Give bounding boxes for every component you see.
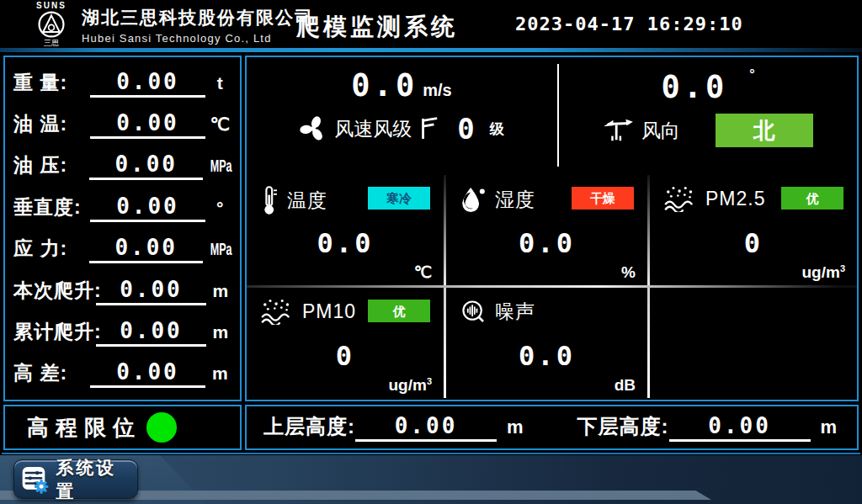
dust-particles-icon <box>663 185 697 212</box>
dust-particles-icon <box>260 298 294 325</box>
lower-height-value: 0.00 <box>669 413 811 442</box>
upper-height-value: 0.00 <box>355 413 497 442</box>
sensor-cell-pm10: PM10 优 0 ug/m3 <box>247 288 444 398</box>
lower-height-label: 下层高度: <box>577 413 669 440</box>
climbing-formwork-monitor-screen: SUNS 三思 湖北三思科技股份有限公司 Hubei Sansi Technol… <box>0 0 862 504</box>
sensor-cell-empty <box>650 288 857 398</box>
measurement-label: 高 差: <box>13 360 90 386</box>
measurement-value: 0.00 <box>90 359 205 388</box>
measurement-row-weight: 重 量: 0.00 t <box>13 69 235 98</box>
sensor-unit: ℃ <box>414 263 432 282</box>
sensor-cell-temperature: 温度 寒冷 0.0 ℃ <box>247 175 444 285</box>
status-badge: 干燥 <box>572 187 634 210</box>
wind-level-unit: 级 <box>490 119 504 139</box>
thermometer-icon <box>260 185 279 215</box>
sensor-unit: % <box>621 263 636 282</box>
measurement-label: 应 力: <box>13 236 89 262</box>
measurement-value: 0.00 <box>90 194 205 222</box>
measurement-row-oil-temp: 油 温: 0.00 ℃ <box>13 110 235 139</box>
droplet-icon <box>460 185 487 214</box>
noise-icon <box>460 298 487 325</box>
sensor-unit: dB <box>615 376 636 395</box>
measurement-row-height-diff: 高 差: 0.00 m <box>13 359 235 388</box>
wind-direction-line: 风向 北 <box>561 114 855 147</box>
wind-direction-value-line: 0.0° <box>561 67 855 105</box>
sensor-value: 0 <box>247 340 444 372</box>
elevation-limit-indicator <box>146 412 177 443</box>
sensor-value: 0.0 <box>247 227 444 259</box>
wind-group-label: 风速风级 <box>334 116 412 142</box>
fan-icon <box>299 114 327 143</box>
system-settings-button[interactable]: 系统设置 <box>13 459 138 499</box>
system-settings-label: 系统设置 <box>56 456 130 503</box>
sensor-unit: ug/m3 <box>801 263 845 282</box>
wind-section-divider <box>557 64 559 167</box>
measurement-value: 0.00 <box>96 318 206 347</box>
sensor-cell-pm25: PM2.5 优 0 ug/m3 <box>650 175 857 285</box>
company-name: 湖北三思科技股份有限公司 Hubei Sansi Technology Co.,… <box>82 6 314 45</box>
datetime-display: 2023-04-17 16:29:10 <box>515 13 743 34</box>
header: SUNS 三思 湖北三思科技股份有限公司 Hubei Sansi Technol… <box>0 0 862 48</box>
measurement-unit: t <box>205 73 235 93</box>
measurement-unit: m <box>206 281 235 301</box>
measurement-unit: m <box>206 322 235 342</box>
sensor-value: 0.0 <box>446 340 647 372</box>
wind-vane-icon <box>603 117 635 144</box>
sensor-unit: ug/m3 <box>388 376 432 395</box>
upper-height-group: 上层高度: 0.00 m <box>263 413 524 442</box>
sensor-value: 0 <box>650 227 857 259</box>
measurement-value: 0.00 <box>90 69 205 98</box>
measurement-value: 0.00 <box>96 277 206 305</box>
wind-speed-unit: m/s <box>423 81 451 99</box>
measurement-row-total-climb: 累计爬升: 0.00 m <box>13 318 235 347</box>
sensor-cell-noise: 噪声 0.0 dB <box>446 288 647 398</box>
page-title: 爬模监测系统 <box>296 11 458 43</box>
lower-height-group: 下层高度: 0.00 m <box>577 413 838 442</box>
measurement-value: 0.00 <box>90 110 205 139</box>
environment-panel: 0.0m/s 风速风级 0 级 <box>245 56 859 401</box>
company-logo: SUNS 三思 <box>25 1 77 47</box>
measurement-row-stress: 应 力: 0.00 MPa <box>13 235 235 263</box>
heights-panel: 上层高度: 0.00 m 下层高度: 0.00 m <box>245 405 859 450</box>
wind-direction-badge: 北 <box>716 114 813 147</box>
measurement-unit: ℃ <box>205 114 235 135</box>
sansi-logo-icon <box>37 10 66 39</box>
measurement-value: 0.00 <box>89 235 203 263</box>
status-badge: 寒冷 <box>368 187 430 210</box>
measurement-row-verticality: 垂直度: 0.00 ° <box>13 194 235 222</box>
measurement-label: 油 温: <box>13 111 90 137</box>
measurement-unit: ° <box>205 204 235 212</box>
measurement-label: 油 压: <box>13 152 89 178</box>
upper-height-unit: m <box>507 416 524 438</box>
sensor-name: PM2.5 <box>705 188 765 210</box>
header-divider <box>0 48 862 52</box>
lower-height-unit: m <box>821 416 838 438</box>
logo-sansi-text: 三思 <box>25 39 77 47</box>
wind-direction-value: 0.0 <box>661 69 727 105</box>
sensor-name: 噪声 <box>495 299 535 325</box>
sensor-name: 湿度 <box>495 187 535 213</box>
wind-speed-value: 0.0 <box>351 67 418 103</box>
wind-level-value: 0 <box>457 112 474 146</box>
upper-height-label: 上层高度: <box>263 413 355 440</box>
company-name-en: Hubei Sansi Technology Co., Ltd <box>82 32 314 45</box>
bottom-toolbar: 系统设置 <box>0 455 862 504</box>
wind-speed-section: 0.0m/s 风速风级 0 级 <box>247 57 556 173</box>
sensor-name: PM10 <box>302 300 356 323</box>
elevation-limit-label: 高程限位 <box>27 413 141 443</box>
measurement-label: 本次爬升: <box>13 278 96 304</box>
measurement-row-oil-pressure: 油 压: 0.00 MPa <box>13 151 235 180</box>
wind-direction-section: 0.0° 风向 北 <box>561 57 855 173</box>
wind-level-line: 风速风级 0 级 <box>247 112 556 146</box>
measurement-unit: MPa <box>203 239 235 259</box>
footer-divider <box>2 453 860 454</box>
sensor-cell-humidity: 湿度 干燥 0.0 % <box>446 175 647 285</box>
measurement-unit: MPa <box>203 156 235 176</box>
logo-suns-text: SUNS <box>25 1 77 10</box>
settings-sliders-gear-icon <box>21 464 49 495</box>
wind-direction-label: 风向 <box>641 118 680 144</box>
measurement-value: 0.00 <box>89 151 203 180</box>
elevation-limit-panel: 高程限位 <box>3 405 242 450</box>
status-badge: 优 <box>368 300 430 322</box>
measurement-row-current-climb: 本次爬升: 0.00 m <box>13 277 235 305</box>
